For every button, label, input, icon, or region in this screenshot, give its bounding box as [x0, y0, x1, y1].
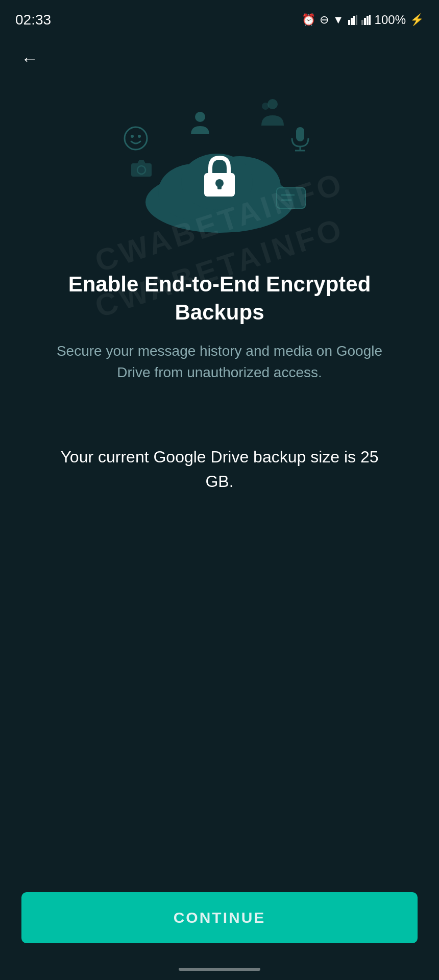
svg-rect-7 — [369, 15, 371, 25]
svg-rect-2 — [353, 16, 355, 25]
svg-point-12 — [267, 99, 278, 109]
svg-rect-3 — [356, 15, 357, 25]
backup-info: Your current Google Drive backup size is… — [26, 445, 413, 494]
battery-text: 100% — [375, 13, 406, 27]
back-button[interactable]: ← — [14, 43, 45, 74]
alarm-icon: ⏰ — [302, 13, 315, 27]
svg-rect-5 — [364, 18, 366, 25]
wifi-icon: ▼ — [333, 13, 344, 27]
svg-point-11 — [195, 112, 205, 122]
person2-icon — [259, 97, 286, 134]
main-title: Enable End-to-End Encrypted Backups — [26, 271, 413, 326]
signal-icon — [348, 15, 357, 25]
content-area: Enable End-to-End Encrypted Backups Secu… — [0, 271, 439, 494]
svg-rect-1 — [351, 18, 353, 25]
status-time: 02:33 — [15, 12, 51, 28]
svg-point-9 — [131, 135, 134, 138]
chat-icon — [276, 187, 306, 219]
svg-rect-4 — [361, 20, 363, 25]
battery-icon: ⚡ — [410, 13, 424, 27]
dnd-icon: ⊖ — [320, 13, 329, 27]
lock-icon — [199, 154, 240, 207]
subtitle: Secure your message history and media on… — [26, 340, 413, 383]
cloud-container — [112, 97, 327, 240]
home-indicator — [179, 968, 260, 971]
back-arrow-icon: ← — [21, 49, 38, 69]
status-icons: ⏰ ⊖ ▼ 100% ⚡ — [302, 13, 424, 27]
continue-button[interactable]: CONTINUE — [21, 892, 418, 943]
svg-rect-0 — [348, 20, 350, 25]
illustration-area — [0, 87, 439, 250]
status-bar: 02:33 ⏰ ⊖ ▼ 100% ⚡ — [0, 0, 439, 36]
svg-rect-25 — [217, 183, 222, 189]
svg-point-13 — [262, 103, 269, 110]
svg-rect-6 — [367, 16, 369, 25]
signal2-icon — [361, 15, 371, 25]
svg-rect-26 — [277, 188, 305, 208]
